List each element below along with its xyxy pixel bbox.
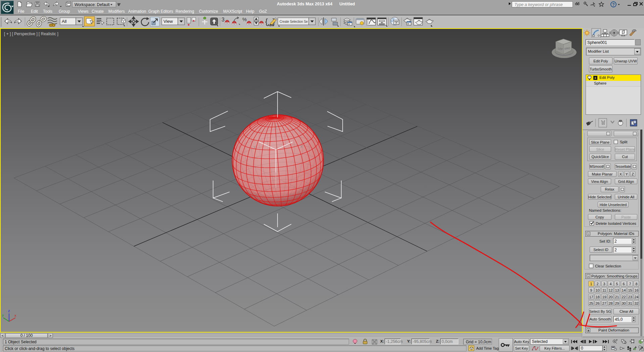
svg-text:z: z <box>8 309 10 313</box>
svg-text:Z: Z <box>275 126 277 130</box>
svg-text:y: y <box>2 313 4 317</box>
svg-text:%: % <box>242 16 247 22</box>
svg-text:All: All <box>62 19 67 24</box>
svg-text:3: 3 <box>221 17 225 22</box>
svg-text:ABC: ABC <box>267 23 274 27</box>
svg-text:0: 0 <box>581 346 583 351</box>
svg-text:x: x <box>14 313 16 317</box>
svg-text:View: View <box>163 19 173 24</box>
svg-text:Y: Y <box>253 146 256 149</box>
svg-text:?: ? <box>612 2 614 7</box>
svg-text:X: X <box>300 145 303 149</box>
svg-text:Create Selection Se: Create Selection Se <box>280 19 308 23</box>
